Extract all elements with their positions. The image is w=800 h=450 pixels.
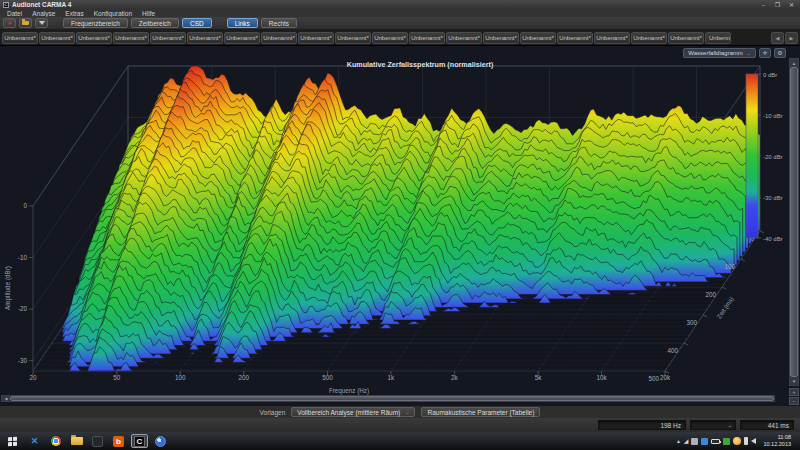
pan-view-button[interactable]: ✛ — [759, 48, 771, 58]
svg-text:-30: -30 — [18, 357, 28, 364]
tab-unbenannt[interactable]: Unbenannt* — [2, 32, 38, 44]
horizontal-scrollbar[interactable]: ◀ — [1, 395, 775, 402]
channel-button[interactable]: Rechts — [261, 18, 297, 28]
vertical-scrollbar[interactable]: ▲ ▼ — [789, 58, 799, 386]
menu-item[interactable]: Extras — [60, 10, 88, 17]
display-tray-icon[interactable] — [691, 438, 698, 445]
record-button[interactable]: ● — [3, 18, 16, 28]
svg-text:Kumulative Zerfallsspektrum (n: Kumulative Zerfallsspektrum (normalisier… — [347, 60, 494, 69]
template-dropdown[interactable]: Vollbereich Analyse (mittlere Räum) ⌄ — [291, 407, 415, 417]
maximize-button[interactable]: ❐ — [772, 1, 783, 9]
analysis-mode-button[interactable]: Zeitbereich — [131, 18, 179, 28]
close-button[interactable]: ✕ — [786, 1, 797, 9]
svg-text:10k: 10k — [597, 374, 608, 381]
tab-unbenannt[interactable]: Unbenannt* — [520, 32, 556, 44]
taskbar-app-game[interactable] — [89, 434, 106, 448]
carma-icon: C — [134, 436, 145, 447]
menu-item[interactable]: Analyse — [27, 10, 60, 17]
status-frequency: 198 Hz — [598, 420, 686, 430]
taskbar-app-chrome[interactable] — [47, 434, 64, 448]
plot-panel: Wasserfalldiagramm ⌄ ✛ ⚙ 20501002005001k… — [0, 45, 800, 406]
tab-unbenannt[interactable]: Unbenannt* — [594, 32, 630, 44]
zoom-out-button[interactable]: − — [789, 397, 799, 405]
start-button[interactable] — [2, 433, 22, 449]
clock-date: 10.12.2013 — [763, 441, 791, 447]
tab-scroll-left-button[interactable]: ◀ — [771, 32, 784, 44]
channel-button[interactable]: Links — [227, 18, 258, 28]
status-bar: 198 Hz - 441 ms — [0, 418, 800, 432]
taskbar-app-explorer[interactable] — [68, 434, 85, 448]
tab-unbenannt[interactable]: Unbenannt* — [335, 32, 371, 44]
open-file-button[interactable] — [19, 18, 32, 28]
analysis-mode-button[interactable]: Frequenzbereich — [63, 18, 128, 28]
zoom-in-button[interactable]: + — [789, 388, 799, 396]
view-toolbar: Wasserfalldiagramm ⌄ ✛ ⚙ — [683, 48, 786, 58]
svg-text:1k: 1k — [388, 374, 396, 381]
scroll-up-arrow-icon[interactable]: ▲ — [790, 59, 798, 67]
b-app-icon: b — [113, 436, 124, 447]
tab-unbenannt[interactable]: Unbenannt* — [298, 32, 334, 44]
orange-tray-icon[interactable] — [733, 437, 741, 445]
gear-icon: ⚙ — [777, 50, 782, 56]
green-tray-icon[interactable] — [723, 438, 730, 445]
status-separator: - — [690, 420, 736, 430]
horizontal-scrollbar-thumb[interactable] — [10, 396, 774, 401]
network-signal-icon[interactable]: ◢ — [684, 438, 689, 444]
tab-bar: Unbenannt*Unbenannt*Unbenannt*Unbenannt*… — [0, 29, 800, 45]
tab-unbenannt[interactable]: Unbenannt* — [668, 32, 704, 44]
menu-item[interactable]: Datei — [2, 10, 27, 17]
vertical-scrollbar-thumb[interactable] — [790, 67, 798, 377]
taskbar-app-carma-active[interactable]: C — [131, 434, 148, 448]
taskbar-app-b[interactable]: b — [110, 434, 127, 448]
chevron-down-icon: ⌄ — [747, 50, 751, 56]
svg-text:100: 100 — [724, 263, 735, 270]
tab-unbenannt[interactable]: Unbenannt* — [261, 32, 297, 44]
volume-icon[interactable] — [751, 438, 756, 444]
tab-unbenannt[interactable]: Unbenannt* — [557, 32, 593, 44]
tab-unbenannt[interactable]: Unbenannt* — [409, 32, 445, 44]
menu-item[interactable]: Hilfe — [137, 10, 160, 17]
tray-expand-icon[interactable]: ▲ — [676, 438, 681, 444]
windows-logo-icon — [8, 436, 17, 446]
plot-settings-button[interactable]: ⚙ — [774, 48, 786, 58]
white-tray-icon[interactable] — [744, 437, 748, 445]
minimize-button[interactable]: – — [758, 1, 769, 9]
menu-item[interactable]: Konfiguration — [89, 10, 137, 17]
tab-unbenannt[interactable]: Unbenannt* — [631, 32, 667, 44]
svg-text:2k: 2k — [451, 374, 459, 381]
svg-text:0 dBr: 0 dBr — [763, 72, 777, 78]
system-tray: ▲ ◢ 11:08 10.12.2013 — [676, 434, 798, 448]
filter-button[interactable] — [35, 18, 48, 28]
tab-unbenannt[interactable]: Unbenannt* — [76, 32, 112, 44]
svg-text:-20 dBr: -20 dBr — [763, 154, 783, 160]
taskbar-clock[interactable]: 11:08 10.12.2013 — [759, 434, 795, 448]
analysis-mode-button[interactable]: CSD — [182, 18, 212, 28]
battery-icon[interactable] — [711, 439, 720, 444]
svg-text:200: 200 — [238, 374, 249, 381]
taskbar-app-blue[interactable]: ✕ — [26, 434, 43, 448]
tab-strip: Unbenannt*Unbenannt*Unbenannt*Unbenannt*… — [2, 32, 770, 44]
channel-button-group: LinksRechts — [227, 18, 297, 28]
room-acoustic-parameters-button[interactable]: Raumakustische Parameter (Tabelle) — [421, 407, 540, 417]
tab-unbenannt[interactable]: Unbenannt* — [113, 32, 149, 44]
tab-unbenannt[interactable]: Unbenannt* — [372, 32, 408, 44]
status-time: 441 ms — [740, 420, 794, 430]
tab-unbenannt[interactable]: Unbenn — [705, 32, 731, 44]
tab-unbenannt[interactable]: Unbenannt* — [224, 32, 260, 44]
taskbar-app-browser[interactable] — [152, 434, 169, 448]
tab-unbenannt[interactable]: Unbenannt* — [483, 32, 519, 44]
tab-unbenannt[interactable]: Unbenannt* — [39, 32, 75, 44]
tab-unbenannt[interactable]: Unbenannt* — [187, 32, 223, 44]
app-tray-icon[interactable] — [701, 438, 708, 445]
svg-text:50: 50 — [113, 374, 121, 381]
svg-text:-20: -20 — [18, 305, 28, 312]
tab-unbenannt[interactable]: Unbenannt* — [446, 32, 482, 44]
view-type-value: Wasserfalldiagramm — [688, 50, 742, 56]
template-dropdown-value: Vollbereich Analyse (mittlere Räum) — [297, 409, 400, 416]
svg-text:300: 300 — [686, 319, 697, 326]
scroll-left-arrow-icon[interactable]: ◀ — [2, 396, 10, 401]
scroll-down-arrow-icon[interactable]: ▼ — [790, 377, 798, 385]
tab-unbenannt[interactable]: Unbenannt* — [150, 32, 186, 44]
view-type-dropdown[interactable]: Wasserfalldiagramm ⌄ — [683, 48, 756, 58]
tab-scroll-right-button[interactable]: ▶ — [785, 32, 798, 44]
